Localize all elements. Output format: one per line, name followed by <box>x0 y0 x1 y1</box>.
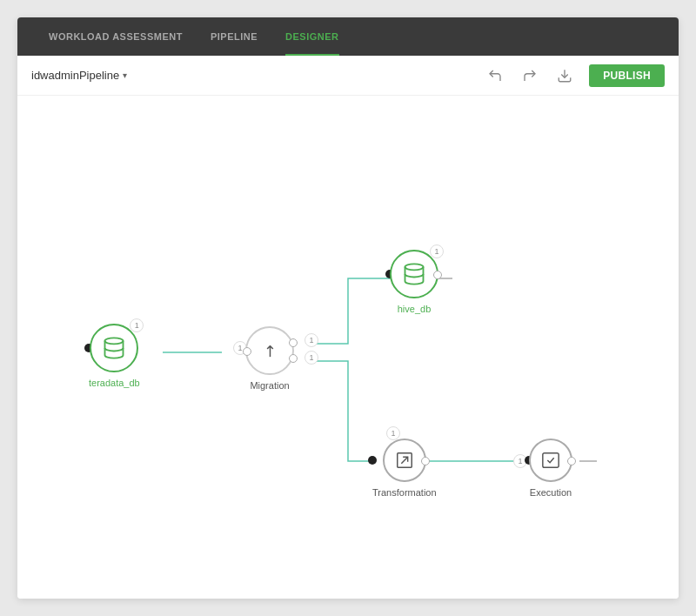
migration-arrow-icon: ↗ <box>258 339 281 362</box>
badge-hive: 1 <box>430 244 444 258</box>
execution-output-port <box>567 457 576 465</box>
toolbar: idwadminPipeline ▾ <box>17 56 679 96</box>
transformation-output-port <box>421 457 430 465</box>
transformation-label: Transformation <box>372 487 437 498</box>
toolbar-icons: PUBLISH <box>485 64 665 87</box>
svg-point-6 <box>405 264 424 270</box>
teradata-db-circle: 1 <box>90 324 138 372</box>
tab-pipeline[interactable]: PIPELINE <box>197 17 271 56</box>
node-hive-db[interactable]: 1 hive_db <box>390 250 438 314</box>
transformation-input-dot <box>368 456 377 465</box>
badge-teradata: 1 <box>130 318 144 332</box>
download-icon[interactable] <box>554 65 575 86</box>
svg-point-5 <box>105 338 124 344</box>
tab-designer[interactable]: DESIGNER <box>271 17 352 56</box>
hive-db-circle: 1 <box>390 250 438 298</box>
migration-label: Migration <box>250 380 289 391</box>
migration-circle: ↗ <box>245 326 294 375</box>
execution-circle <box>529 439 572 482</box>
hive-db-output-port <box>433 271 442 279</box>
migration-output-port-bottom <box>289 354 298 363</box>
hive-db-label: hive_db <box>398 304 432 314</box>
redo-icon[interactable] <box>519 65 540 86</box>
migration-input-port <box>243 347 251 356</box>
transformation-circle <box>383 439 426 482</box>
app-container: WORKLOAD ASSESSMENT PIPELINE DESIGNER id… <box>0 0 696 616</box>
teradata-db-label: teradata_db <box>89 378 140 388</box>
badge-migration-out-top: 1 <box>304 333 318 347</box>
designer-canvas[interactable]: 1 teradata_db 1 ↗ 1 1 <box>17 96 679 599</box>
pipeline-name: idwadminPipeline ▾ <box>31 69 127 82</box>
execution-label: Execution <box>530 487 572 498</box>
undo-icon[interactable] <box>485 65 505 86</box>
node-transformation[interactable]: 1 Transformation <box>372 439 437 498</box>
tab-workload-assessment[interactable]: WORKLOAD ASSESSMENT <box>35 17 197 56</box>
node-teradata-db[interactable]: 1 teradata_db <box>89 324 140 388</box>
node-migration[interactable]: 1 ↗ 1 1 Migration <box>245 326 294 391</box>
publish-button[interactable]: PUBLISH <box>589 64 665 87</box>
badge-migration-out-bottom: 1 <box>304 351 318 365</box>
node-execution[interactable]: 1 Execution <box>529 439 572 498</box>
badge-transformation-in: 1 <box>386 426 400 440</box>
main-card: WORKLOAD ASSESSMENT PIPELINE DESIGNER id… <box>17 17 679 599</box>
svg-rect-8 <box>543 453 559 468</box>
migration-output-port-top <box>289 338 298 347</box>
chevron-down-icon[interactable]: ▾ <box>123 70 127 80</box>
nav-bar: WORKLOAD ASSESSMENT PIPELINE DESIGNER <box>17 17 679 56</box>
